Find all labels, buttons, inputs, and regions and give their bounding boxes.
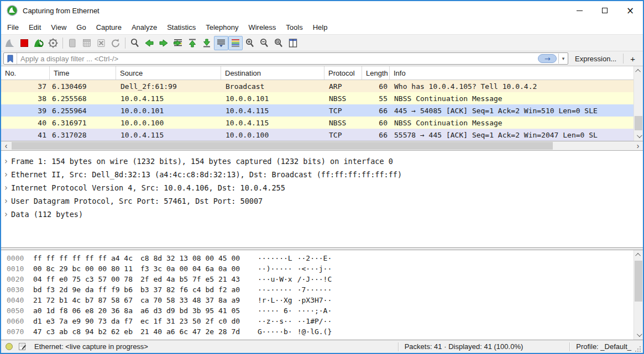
previous-packet-button[interactable]	[142, 36, 156, 50]
capture-status-text: Ethernet: <live capture in progress>	[34, 342, 148, 351]
menu-help[interactable]: Help	[308, 21, 333, 34]
hex-row[interactable]: 0060d1 e3 7a e9 90 73 da f7ec 1f 31 23 5…	[1, 316, 633, 326]
menu-edit[interactable]: Edit	[24, 21, 46, 34]
expander-icon[interactable]: ›	[1, 209, 11, 219]
auto-scroll-icon	[216, 38, 227, 49]
zoom-out-button[interactable]	[257, 36, 271, 50]
previous-packet-icon	[144, 38, 155, 49]
column-header-protocol[interactable]: Protocol	[324, 66, 362, 80]
scroll-down-icon[interactable]	[634, 131, 643, 141]
detail-udp[interactable]: ›User Datagram Protocol, Src Port: 57461…	[1, 194, 643, 208]
restart-capture-button[interactable]	[32, 36, 46, 50]
scroll-down-icon[interactable]	[634, 330, 643, 340]
hex-row[interactable]: 004021 72 b1 4c b7 87 58 67ca 70 58 33 4…	[1, 295, 633, 305]
scroll-left-icon[interactable]: ‹	[1, 141, 11, 150]
packet-list-vertical-scrollbar[interactable]	[633, 66, 643, 141]
scrollbar-thumb[interactable]	[635, 261, 642, 302]
scroll-up-icon[interactable]	[634, 66, 643, 76]
column-header-source[interactable]: Source	[116, 66, 221, 80]
bookmark-icon	[7, 55, 13, 63]
menu-tools[interactable]: Tools	[281, 21, 307, 34]
colorize-packets-button[interactable]	[228, 36, 243, 50]
capture-comment-button[interactable]	[18, 342, 27, 351]
hex-row[interactable]: 007047 c3 ab c8 94 b2 62 eb21 40 a6 6c 4…	[1, 326, 633, 337]
close-file-button[interactable]	[94, 36, 108, 50]
start-capture-icon	[4, 38, 15, 49]
start-capture-button[interactable]	[3, 36, 17, 50]
column-header-info[interactable]: Info	[390, 66, 633, 80]
hex-row[interactable]: 0050a0 1d f8 06 e8 20 36 8aa6 d3 d9 bd 3…	[1, 305, 633, 316]
last-packet-icon	[201, 38, 212, 49]
detail-ip[interactable]: ›Internet Protocol Version 4, Src: 10.0.…	[1, 181, 643, 194]
resize-columns-icon	[287, 38, 299, 49]
zoom-in-icon	[244, 38, 255, 49]
expander-icon[interactable]: ›	[1, 183, 11, 193]
hex-dump-pane: 0000ff ff ff ff ff ff a4 4cc8 8d 32 13 0…	[1, 250, 643, 340]
packet-list-horizontal-scrollbar[interactable]: ‹ ›	[1, 141, 643, 151]
scroll-right-icon[interactable]: ›	[633, 141, 643, 150]
table-row[interactable]: 386.25556810.0.4.11510.0.0.101NBSS55NBSS…	[1, 92, 633, 104]
menu-analyze[interactable]: Analyze	[127, 21, 162, 34]
find-packet-icon	[129, 38, 140, 49]
open-file-button[interactable]	[65, 36, 80, 50]
auto-scroll-button[interactable]	[214, 36, 228, 50]
menu-file[interactable]: File	[2, 21, 24, 34]
detail-data[interactable]: ›Data (112 bytes)	[1, 208, 643, 221]
column-header-destination[interactable]: Destination	[221, 66, 324, 80]
zoom-in-button[interactable]	[243, 36, 257, 50]
display-filter-input[interactable]	[17, 55, 538, 63]
save-file-button[interactable]	[80, 36, 94, 50]
capture-options-button[interactable]	[46, 36, 60, 50]
column-header-no[interactable]: No.	[1, 66, 50, 80]
next-packet-button[interactable]	[156, 36, 171, 50]
hex-row[interactable]: 002004 ff e0 75 c3 57 00 782f ed 4a b5 7…	[1, 274, 633, 284]
close-icon: ×	[626, 6, 634, 15]
table-row[interactable]: 416.31702810.0.4.11510.0.0.100TCP6655578…	[1, 129, 633, 141]
stop-capture-button[interactable]	[17, 36, 32, 50]
column-header-time[interactable]: Time	[50, 66, 116, 80]
reload-file-icon	[110, 38, 121, 49]
expander-icon[interactable]: ›	[1, 196, 11, 206]
detail-ethernet[interactable]: ›Ethernet II, Src: Dell_8d:32:13 (a4:4c:…	[1, 168, 643, 181]
expander-icon[interactable]: ›	[1, 170, 11, 179]
filter-bookmark-button[interactable]	[4, 53, 17, 64]
menu-statistics[interactable]: Statistics	[162, 21, 201, 34]
reload-file-button[interactable]	[108, 36, 123, 50]
menu-go[interactable]: Go	[71, 21, 91, 34]
first-packet-button[interactable]	[185, 36, 200, 50]
hex-row[interactable]: 0030bd f3 2d 9e da ff f9 b6b3 37 82 f6 c…	[1, 284, 633, 295]
column-header-length[interactable]: Length	[362, 66, 390, 80]
menu-view[interactable]: View	[46, 21, 71, 34]
resize-columns-button[interactable]	[286, 36, 300, 50]
menu-wireless[interactable]: Wireless	[243, 21, 281, 34]
hex-row[interactable]: 001000 8c 29 bc 00 00 80 11f3 3c 0a 00 0…	[1, 263, 633, 274]
hex-vertical-scrollbar[interactable]	[633, 250, 643, 340]
last-packet-button[interactable]	[200, 36, 214, 50]
minimize-button[interactable]	[567, 1, 592, 20]
expander-icon[interactable]: ›	[1, 156, 11, 166]
expert-info-button[interactable]	[6, 343, 13, 350]
scroll-up-icon[interactable]	[634, 250, 643, 260]
close-button[interactable]: ×	[617, 1, 643, 20]
detail-frame[interactable]: ›Frame 1: 154 bytes on wire (1232 bits),…	[1, 155, 643, 168]
profile-text[interactable]: Profile: _Default_	[576, 342, 631, 351]
add-filter-button[interactable]: +	[624, 54, 641, 64]
table-row[interactable]: 406.31697110.0.0.10010.0.4.115NBSS60NBSS…	[1, 117, 633, 129]
menu-capture[interactable]: Capture	[91, 21, 127, 34]
title-bar: Capturing from Ethernet ×	[1, 1, 643, 20]
filter-dropdown-button[interactable]: ▾	[558, 54, 568, 64]
apply-filter-button[interactable]: →	[538, 54, 557, 63]
menu-telephony[interactable]: Telephony	[201, 21, 243, 34]
zoom-reset-button[interactable]	[271, 36, 286, 50]
maximize-button[interactable]	[592, 1, 617, 20]
go-to-packet-button[interactable]	[171, 36, 185, 50]
expression-button[interactable]: Expression...	[568, 55, 623, 63]
zoom-reset-icon	[273, 38, 284, 49]
table-row[interactable]: 376.130469Dell_2f:61:99BroadcastARP60Who…	[1, 80, 633, 92]
table-row-selected[interactable]: 396.25596410.0.0.10110.0.4.115TCP66445 →…	[1, 104, 633, 117]
hex-row[interactable]: 0000ff ff ff ff ff ff a4 4cc8 8d 32 13 0…	[1, 253, 633, 263]
find-packet-button[interactable]	[128, 36, 142, 50]
resize-grip[interactable]	[633, 345, 641, 352]
scrollbar-thumb[interactable]	[12, 142, 553, 150]
scrollbar-thumb[interactable]	[635, 116, 642, 130]
